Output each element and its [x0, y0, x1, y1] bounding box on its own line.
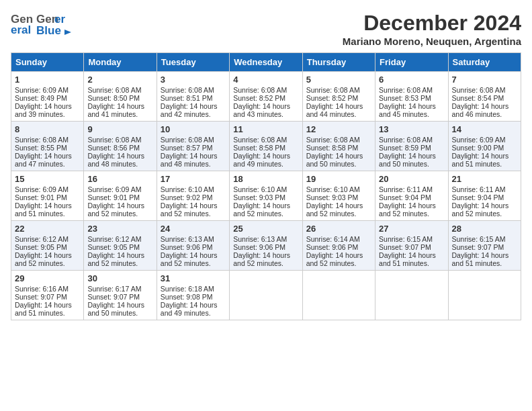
day-number: 16	[87, 174, 152, 184]
sunset-text: Sunset: 8:53 PM	[379, 94, 431, 102]
sunset-text: Sunset: 8:57 PM	[161, 144, 213, 152]
day-number: 27	[379, 224, 444, 234]
page-subtitle: Mariano Moreno, Neuquen, Argentina	[343, 36, 521, 47]
sunrise-text: Sunrise: 6:16 AM	[15, 285, 69, 293]
day-number: 11	[233, 124, 298, 134]
sunrise-text: Sunrise: 6:08 AM	[379, 86, 433, 94]
table-row: 31Sunrise: 6:18 AMSunset: 9:08 PMDayligh…	[157, 271, 229, 320]
sunset-text: Sunset: 8:49 PM	[15, 94, 67, 102]
day-number: 31	[161, 273, 226, 283]
daylight-text: Daylight: 14 hours and 52 minutes.	[306, 251, 363, 267]
day-number: 20	[379, 174, 444, 184]
day-number: 21	[452, 174, 517, 184]
sunset-text: Sunset: 8:58 PM	[233, 144, 285, 152]
sunrise-text: Sunrise: 6:10 AM	[233, 185, 287, 193]
sunrise-text: Sunrise: 6:08 AM	[452, 86, 506, 94]
table-row: 16Sunrise: 6:09 AMSunset: 9:01 PMDayligh…	[84, 171, 157, 221]
sunrise-text: Sunrise: 6:08 AM	[161, 86, 214, 94]
day-number: 10	[161, 124, 226, 134]
title-block: December 2024 Mariano Moreno, Neuquen, A…	[343, 11, 521, 47]
table-row: 13Sunrise: 6:08 AMSunset: 8:59 PMDayligh…	[375, 122, 448, 171]
table-row	[448, 271, 521, 320]
table-row: 20Sunrise: 6:11 AMSunset: 9:04 PMDayligh…	[375, 171, 448, 221]
day-number: 24	[161, 224, 226, 234]
table-row: 3Sunrise: 6:08 AMSunset: 8:51 PMDaylight…	[157, 72, 229, 122]
sunrise-text: Sunrise: 6:09 AM	[452, 136, 506, 144]
sunset-text: Sunset: 8:52 PM	[306, 94, 359, 102]
page-header: Gen eral Gen er Blue December 2024 Maria…	[11, 11, 521, 47]
table-row	[230, 271, 302, 320]
table-row: 17Sunrise: 6:10 AMSunset: 9:02 PMDayligh…	[157, 171, 229, 221]
day-number: 28	[452, 224, 517, 234]
daylight-text: Daylight: 14 hours and 51 minutes.	[15, 201, 72, 218]
daylight-text: Daylight: 14 hours and 52 minutes.	[233, 251, 290, 267]
table-row: 10Sunrise: 6:08 AMSunset: 8:57 PMDayligh…	[157, 122, 229, 171]
table-row: 14Sunrise: 6:09 AMSunset: 9:00 PMDayligh…	[448, 122, 521, 171]
day-number: 7	[452, 75, 517, 85]
header-monday: Monday	[84, 53, 157, 72]
table-row: 25Sunrise: 6:13 AMSunset: 9:06 PMDayligh…	[230, 221, 302, 271]
svg-text:Blue: Blue	[36, 24, 61, 35]
calendar-week-row: 15Sunrise: 6:09 AMSunset: 9:01 PMDayligh…	[11, 171, 521, 221]
day-number: 3	[161, 75, 226, 85]
sunrise-text: Sunrise: 6:08 AM	[233, 86, 287, 94]
sunrise-text: Sunrise: 6:08 AM	[306, 86, 360, 94]
table-row	[302, 271, 375, 320]
daylight-text: Daylight: 14 hours and 51 minutes.	[452, 152, 509, 168]
sunrise-text: Sunrise: 6:08 AM	[15, 136, 69, 144]
svg-text:eral: eral	[11, 24, 31, 35]
day-number: 5	[306, 75, 371, 85]
logo-icon: Gen eral	[11, 11, 36, 35]
table-row: 4Sunrise: 6:08 AMSunset: 8:52 PMDaylight…	[230, 72, 302, 122]
sunrise-text: Sunrise: 6:08 AM	[306, 136, 360, 144]
sunrise-text: Sunrise: 6:08 AM	[161, 136, 214, 144]
logo: Gen eral Gen er Blue	[11, 11, 77, 35]
sunset-text: Sunset: 9:04 PM	[452, 193, 504, 201]
sunrise-text: Sunrise: 6:17 AM	[87, 285, 141, 293]
table-row: 22Sunrise: 6:12 AMSunset: 9:05 PMDayligh…	[11, 221, 84, 271]
page-title: December 2024	[343, 11, 521, 36]
daylight-text: Daylight: 14 hours and 51 minutes.	[379, 251, 436, 267]
sunrise-text: Sunrise: 6:10 AM	[161, 185, 214, 193]
table-row: 24Sunrise: 6:13 AMSunset: 9:06 PMDayligh…	[157, 221, 229, 271]
calendar-week-row: 1Sunrise: 6:09 AMSunset: 8:49 PMDaylight…	[11, 72, 521, 122]
day-number: 19	[306, 174, 371, 184]
sunrise-text: Sunrise: 6:09 AM	[15, 86, 69, 94]
sunset-text: Sunset: 8:51 PM	[161, 94, 213, 102]
sunrise-text: Sunrise: 6:13 AM	[161, 235, 214, 243]
table-row: 6Sunrise: 6:08 AMSunset: 8:53 PMDaylight…	[375, 72, 448, 122]
header-thursday: Thursday	[302, 53, 375, 72]
sunrise-text: Sunrise: 6:14 AM	[306, 235, 360, 243]
sunrise-text: Sunrise: 6:10 AM	[306, 185, 360, 193]
header-sunday: Sunday	[11, 53, 84, 72]
table-row: 18Sunrise: 6:10 AMSunset: 9:03 PMDayligh…	[230, 171, 302, 221]
daylight-text: Daylight: 14 hours and 51 minutes.	[15, 301, 72, 317]
table-row: 28Sunrise: 6:15 AMSunset: 9:07 PMDayligh…	[448, 221, 521, 271]
day-number: 15	[15, 174, 80, 184]
sunset-text: Sunset: 9:00 PM	[452, 144, 504, 152]
sunset-text: Sunset: 8:55 PM	[15, 144, 67, 152]
calendar-week-row: 8Sunrise: 6:08 AMSunset: 8:55 PMDaylight…	[11, 122, 521, 171]
daylight-text: Daylight: 14 hours and 46 minutes.	[452, 102, 509, 118]
daylight-text: Daylight: 14 hours and 52 minutes.	[15, 251, 72, 267]
daylight-text: Daylight: 14 hours and 48 minutes.	[87, 152, 144, 168]
sunset-text: Sunset: 9:07 PM	[15, 293, 67, 301]
day-number: 30	[87, 273, 152, 283]
day-number: 14	[452, 124, 517, 134]
daylight-text: Daylight: 14 hours and 50 minutes.	[87, 301, 144, 317]
sunset-text: Sunset: 8:52 PM	[233, 94, 285, 102]
daylight-text: Daylight: 14 hours and 47 minutes.	[15, 152, 72, 168]
day-number: 13	[379, 124, 444, 134]
table-row: 26Sunrise: 6:14 AMSunset: 9:06 PMDayligh…	[302, 221, 375, 271]
day-number: 12	[306, 124, 371, 134]
sunrise-text: Sunrise: 6:08 AM	[233, 136, 287, 144]
sunrise-text: Sunrise: 6:12 AM	[87, 235, 141, 243]
sunset-text: Sunset: 8:50 PM	[87, 94, 140, 102]
sunset-text: Sunset: 9:01 PM	[87, 193, 140, 201]
calendar-week-row: 29Sunrise: 6:16 AMSunset: 9:07 PMDayligh…	[11, 271, 521, 320]
day-number: 18	[233, 174, 298, 184]
sunrise-text: Sunrise: 6:15 AM	[452, 235, 506, 243]
table-row: 19Sunrise: 6:10 AMSunset: 9:03 PMDayligh…	[302, 171, 375, 221]
sunset-text: Sunset: 8:56 PM	[87, 144, 140, 152]
sunset-text: Sunset: 9:05 PM	[15, 243, 67, 251]
